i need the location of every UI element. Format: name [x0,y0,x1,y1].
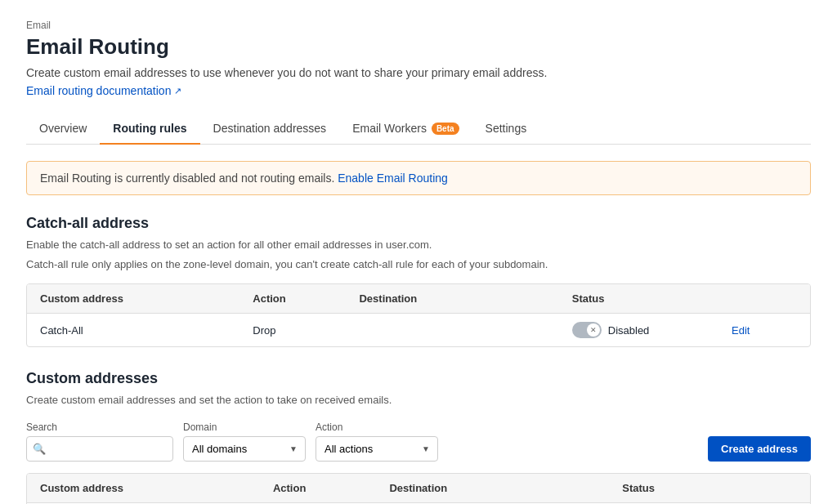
toggle-switch[interactable]: ✕ [572,322,602,338]
custom-addresses-table: Custom address Action Destination Status… [26,473,811,505]
action-select-wrap: All actions Drop Forward Send to Worker … [316,436,438,462]
domain-label: Domain [183,421,306,433]
toggle-x-icon: ✕ [590,326,597,334]
email-label: Email [26,20,811,31]
custom-addresses-header: Custom address Action Destination Status [27,474,810,503]
catch-all-table: Custom address Action Destination Status… [26,283,811,347]
enable-routing-link[interactable]: Enable Email Routing [338,172,448,185]
catch-all-status: ✕ Disabled [572,322,732,338]
doc-link-text: Email routing documentation [26,84,171,97]
action-label: Action [316,421,438,433]
search-label: Search [26,421,173,433]
catch-all-desc2: Catch-all rule only applies on the zone-… [26,256,811,273]
custom-addresses-section: Custom addresses Create custom email add… [26,370,811,504]
page-description: Create custom email addresses to use whe… [26,66,811,79]
catch-all-action: Drop [253,324,359,337]
filters-row: Search 🔍 Domain All domains ▼ Action All… [26,421,811,462]
search-input[interactable] [26,436,173,462]
alert-banner: Email Routing is currently disabled and … [26,161,811,195]
search-input-wrap: 🔍 [26,436,173,462]
col-destination-2: Destination [389,482,622,494]
col-destination: Destination [359,292,571,305]
toggle-knob: ✕ [587,323,600,337]
alert-text: Email Routing is currently disabled and … [40,172,334,185]
search-icon: 🔍 [33,443,46,455]
catch-all-section: Catch-all address Enable the catch-all a… [26,215,811,347]
tab-settings[interactable]: Settings [472,114,540,145]
col-action: Action [253,292,359,305]
action-filter-group: Action All actions Drop Forward Send to … [316,421,438,462]
doc-link[interactable]: Email routing documentation ↗ [26,84,181,97]
col-action-2: Action [273,482,389,494]
catch-all-table-header: Custom address Action Destination Status [27,284,810,314]
col-custom-address-2: Custom address [40,482,273,494]
tab-email-workers[interactable]: Email Workers Beta [339,114,472,145]
page-title: Email Routing [26,34,811,60]
col-status: Status [572,292,732,305]
search-filter-group: Search 🔍 [26,421,173,462]
tab-routing-rules[interactable]: Routing rules [100,114,199,145]
tab-overview[interactable]: Overview [26,114,100,145]
create-address-button[interactable]: Create address [708,436,811,462]
catch-all-address: Catch-All [40,324,253,337]
edit-link[interactable]: Edit [732,324,797,337]
custom-addresses-desc: Create custom email addresses and set th… [26,392,811,408]
domain-select-wrap: All domains ▼ [183,436,306,462]
catch-all-title: Catch-all address [26,215,811,232]
tab-destination-addresses[interactable]: Destination addresses [200,114,340,145]
domain-select[interactable]: All domains [183,436,306,462]
action-select[interactable]: All actions Drop Forward Send to Worker [316,436,438,462]
beta-badge: Beta [432,123,459,135]
col-actions [732,292,797,305]
external-link-icon: ↗ [174,86,181,96]
catch-all-desc1: Enable the catch-all address to set an a… [26,237,811,253]
catch-all-row: Catch-All Drop ✕ Disabled Edit [27,314,810,346]
col-status-2: Status [622,482,797,494]
status-text: Disabled [608,324,650,337]
domain-filter-group: Domain All domains ▼ [183,421,306,462]
col-custom-address: Custom address [40,292,253,305]
tabs-nav: Overview Routing rules Destination addre… [26,114,811,145]
custom-addresses-title: Custom addresses [26,370,811,387]
